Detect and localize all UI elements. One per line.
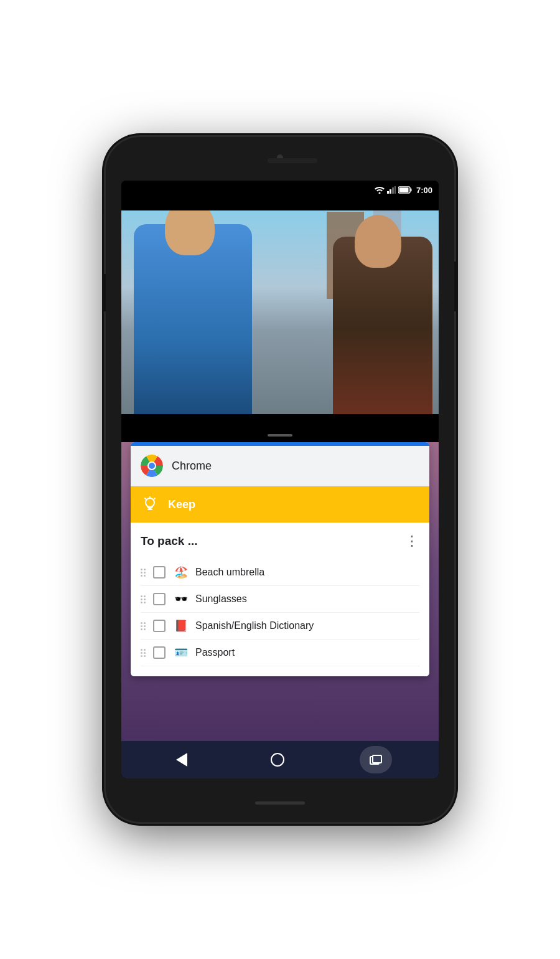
power-button xyxy=(454,262,457,311)
note-title: To pack ... xyxy=(141,534,198,548)
chrome-icon xyxy=(141,455,163,477)
person-left xyxy=(134,224,252,417)
svg-point-11 xyxy=(149,463,155,469)
svg-rect-18 xyxy=(373,755,381,763)
item-text-passport: Passport xyxy=(195,647,235,658)
svg-rect-3 xyxy=(392,187,394,194)
item-text-sunglasses: Sunglasses xyxy=(195,593,247,605)
list-item: 🪪 Passport xyxy=(141,640,419,666)
battery-icon xyxy=(398,186,412,194)
home-icon xyxy=(271,753,284,767)
svg-line-15 xyxy=(154,498,155,499)
video-area xyxy=(121,181,439,442)
person-right xyxy=(333,237,432,417)
list-item: 🕶️ Sunglasses xyxy=(141,586,419,613)
chrome-label: Chrome xyxy=(172,460,212,473)
status-icons: 7:00 xyxy=(375,186,432,195)
recents-icon xyxy=(370,755,382,765)
volume-button xyxy=(103,274,106,311)
app-panel: Chrome Ke xyxy=(121,442,439,741)
drag-handle xyxy=(141,649,146,657)
video-letterbox-bottom xyxy=(121,414,439,442)
list-item: 📕 Spanish/English Dictionary xyxy=(141,613,419,640)
checkbox-beach[interactable] xyxy=(153,566,166,579)
video-content xyxy=(121,199,439,417)
checkbox-dictionary[interactable] xyxy=(153,620,166,632)
drag-handle xyxy=(141,595,146,603)
note-content: To pack ... ⋮ 🏖️ Beach umbrella xyxy=(131,523,429,676)
emoji-beach: 🏖️ xyxy=(174,565,188,579)
checkbox-passport[interactable] xyxy=(153,646,166,659)
svg-rect-7 xyxy=(399,188,408,192)
svg-line-16 xyxy=(145,498,146,499)
signal-icon xyxy=(387,186,396,194)
more-options-icon[interactable]: ⋮ xyxy=(405,533,419,549)
speaker-grille xyxy=(268,158,317,163)
video-letterbox-top xyxy=(121,199,439,210)
app-selector-card: Chrome Ke xyxy=(131,442,429,676)
phone-wrapper: 7:00 xyxy=(106,137,454,822)
list-item: 🏖️ Beach umbrella xyxy=(141,559,419,586)
recents-button[interactable] xyxy=(360,746,392,773)
emoji-sunglasses: 🕶️ xyxy=(174,592,188,606)
back-button[interactable] xyxy=(168,746,195,773)
bottom-bar xyxy=(255,801,305,805)
item-text-dictionary: Spanish/English Dictionary xyxy=(195,620,314,631)
checkbox-sunglasses[interactable] xyxy=(153,593,166,605)
home-button[interactable] xyxy=(264,746,291,773)
wifi-icon xyxy=(375,186,385,194)
keep-icon xyxy=(141,495,159,514)
item-text-beach: Beach umbrella xyxy=(195,567,264,578)
chrome-app-row[interactable]: Chrome xyxy=(131,446,429,486)
nav-bar xyxy=(121,741,439,778)
svg-rect-2 xyxy=(390,189,391,194)
svg-rect-4 xyxy=(394,186,396,194)
svg-point-0 xyxy=(378,192,380,194)
emoji-passport: 🪪 xyxy=(174,646,188,659)
phone-screen: 7:00 xyxy=(121,181,439,778)
drag-handle xyxy=(141,622,146,630)
svg-rect-1 xyxy=(387,191,389,194)
scroll-handle[interactable] xyxy=(268,434,292,437)
svg-point-12 xyxy=(146,498,154,507)
keep-label: Keep xyxy=(168,498,195,511)
time-display: 7:00 xyxy=(416,186,432,195)
drag-handle xyxy=(141,569,146,577)
note-title-row: To pack ... ⋮ xyxy=(141,533,419,549)
emoji-dictionary: 📕 xyxy=(174,619,188,633)
svg-rect-6 xyxy=(410,189,411,192)
keep-app-row[interactable]: Keep xyxy=(131,486,429,523)
back-icon xyxy=(176,753,187,767)
status-bar: 7:00 xyxy=(121,181,439,199)
